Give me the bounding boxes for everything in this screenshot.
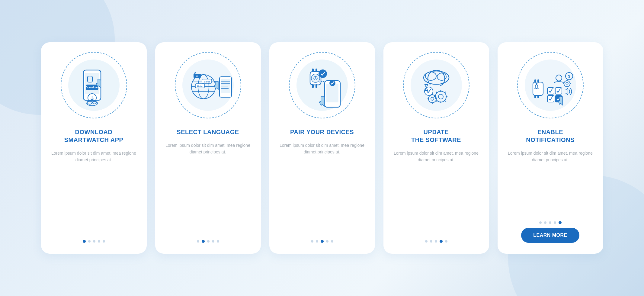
dot-1 [311, 240, 313, 243]
learn-more-button[interactable]: LEARN MORE [521, 228, 579, 243]
card-title-notifications: ENABLENOTIFICATIONS [526, 128, 575, 144]
dot-2 [430, 240, 432, 243]
dot-1 [83, 240, 86, 243]
dashed-circle-5 [517, 52, 584, 118]
dot-3 [435, 240, 437, 243]
card-desc-pair: Lorem ipsum dolor sit dim amet, mea regi… [278, 142, 367, 156]
dashed-circle-3 [289, 52, 355, 118]
dots-download [83, 240, 105, 243]
dot-3 [93, 240, 95, 243]
illustration-language: Hi Hola Salut A [175, 52, 241, 118]
dashed-circle [61, 52, 127, 118]
dot-3 [321, 240, 324, 243]
dot-1 [197, 240, 199, 243]
illustration-download: Download [61, 52, 127, 118]
illustration-update [403, 52, 469, 118]
card-update: UPDATETHE SOFTWARE Lorem ipsum dolor sit… [383, 42, 489, 254]
dot-3 [207, 240, 210, 243]
card-notifications: $ ENABLENOTIFICATIONS Lorem ipsum dolor … [498, 42, 603, 254]
dot-1 [539, 221, 542, 224]
dots-language [197, 240, 219, 243]
dot-2 [316, 240, 318, 243]
dot-2 [88, 240, 91, 243]
card-pair: PAIR YOUR DEVICES Lorem ipsum dolor sit … [269, 42, 375, 254]
dots-pair [311, 240, 333, 243]
card-desc-notifications: Lorem ipsum dolor sit dim amet, mea regi… [506, 150, 595, 163]
dots-notifications [539, 221, 562, 224]
dot-5 [103, 240, 105, 243]
dot-4 [440, 240, 443, 243]
dashed-circle-2 [175, 52, 241, 118]
dot-5 [445, 240, 447, 243]
dot-3 [549, 221, 551, 224]
dot-4 [326, 240, 328, 243]
dot-2 [544, 221, 546, 224]
card-desc-download: Lorem ipsum dolor sit dim amet, mea regi… [50, 150, 138, 163]
dot-4 [212, 240, 214, 243]
card-title-update: UPDATETHE SOFTWARE [411, 128, 461, 144]
dot-5 [217, 240, 219, 243]
card-title-language: SELECT LANGUAGE [177, 128, 239, 136]
card-download: Download DOWNLOADSMARTWATCH APP Lorem ip… [41, 42, 147, 254]
illustration-pair [289, 52, 355, 118]
dot-1 [425, 240, 428, 243]
dot-5 [559, 221, 562, 224]
card-language: Hi Hola Salut A SELECT LANGUAGE [155, 42, 261, 254]
card-title-download: DOWNLOADSMARTWATCH APP [64, 128, 123, 144]
dot-4 [554, 221, 556, 224]
dot-4 [98, 240, 100, 243]
card-desc-language: Lorem ipsum dolor sit dim amet, mea regi… [164, 142, 252, 156]
dot-2 [202, 240, 205, 243]
cards-container: Download DOWNLOADSMARTWATCH APP Lorem ip… [41, 42, 603, 254]
card-title-pair: PAIR YOUR DEVICES [290, 128, 354, 136]
dots-update [425, 240, 447, 243]
card-desc-update: Lorem ipsum dolor sit dim amet, mea regi… [392, 150, 481, 163]
dashed-circle-4 [403, 52, 469, 118]
dot-5 [331, 240, 333, 243]
illustration-notifications: $ [517, 52, 584, 118]
